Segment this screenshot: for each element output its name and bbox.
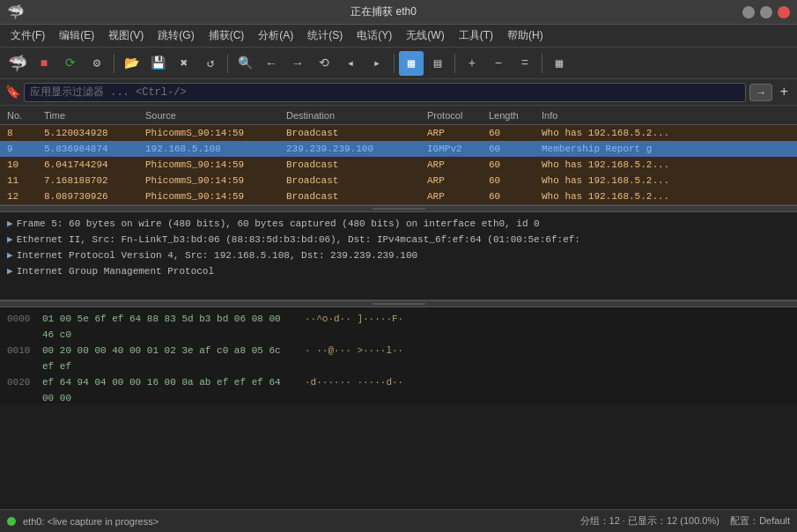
capture-status-dot bbox=[7, 517, 16, 526]
config-label: 配置：Default bbox=[730, 515, 790, 526]
reload-btn[interactable]: ↺ bbox=[198, 51, 223, 76]
stop-capture-btn[interactable]: ■ bbox=[32, 51, 56, 76]
filter-add-button[interactable]: + bbox=[776, 85, 792, 100]
cell-proto: ARP bbox=[427, 191, 489, 202]
sep1 bbox=[114, 54, 114, 73]
loop-btn[interactable]: ⟲ bbox=[312, 51, 336, 76]
menu-goto[interactable]: 跳转(G) bbox=[151, 26, 201, 46]
menu-bar: 文件(F) 编辑(E) 视图(V) 跳转(G) 捕获(C) 分析(A) 统计(S… bbox=[0, 25, 797, 48]
hex-ascii: · ··@··· >····l·· bbox=[305, 343, 403, 374]
sep5 bbox=[542, 54, 542, 73]
detail-text: Ethernet II, Src: Fn-LinkT_b3:bd:06 (88:… bbox=[17, 232, 580, 248]
col-view-btn[interactable]: ▤ bbox=[425, 51, 450, 76]
col-header-source: Source bbox=[145, 110, 286, 121]
options-btn[interactable]: ⚙ bbox=[85, 51, 109, 76]
cell-proto: ARP bbox=[427, 159, 489, 170]
hex-bytes: 01 00 5e 6f ef 64 88 83 5d b3 bd 06 08 0… bbox=[42, 311, 298, 343]
hex-row: 0010 00 20 00 00 40 00 01 02 3e af c0 a8… bbox=[7, 343, 790, 374]
table-row[interactable]: 12 8.089730926 PhicommS_90:14:59 Broadca… bbox=[0, 188, 797, 204]
menu-help[interactable]: 帮助(H) bbox=[500, 26, 550, 46]
packet-rows: 8 5.120034928 PhicommS_90:14:59 Broadcas… bbox=[0, 125, 797, 204]
menu-telephone[interactable]: 电话(Y) bbox=[350, 26, 399, 46]
cell-len: 60 bbox=[489, 175, 542, 186]
grid-btn[interactable]: ▦ bbox=[547, 51, 572, 76]
detail-row[interactable]: ▶Internet Group Management Protocol bbox=[7, 263, 790, 279]
zoom-normal-btn[interactable]: = bbox=[513, 51, 537, 76]
col-header-proto: Protocol bbox=[427, 110, 489, 121]
cell-no: 11 bbox=[0, 175, 44, 186]
sep3 bbox=[394, 54, 395, 73]
menu-file[interactable]: 文件(F) bbox=[4, 26, 52, 46]
expand-arrow-icon: ▶ bbox=[7, 216, 13, 232]
shark-toolbar-btn[interactable]: 🦈 bbox=[5, 51, 30, 76]
filter-input[interactable] bbox=[24, 83, 746, 102]
cell-time: 8.089730926 bbox=[44, 191, 145, 202]
close-button[interactable] bbox=[778, 6, 790, 18]
cell-dest: Broadcast bbox=[286, 175, 427, 186]
table-row[interactable]: 10 6.041744294 PhicommS_90:14:59 Broadca… bbox=[0, 157, 797, 173]
pane-divider-2[interactable] bbox=[0, 300, 797, 307]
open-btn[interactable]: 📂 bbox=[119, 51, 144, 76]
cell-source: 192.168.5.108 bbox=[145, 144, 286, 154]
hex-offset: 0000 bbox=[7, 311, 35, 343]
expand-arrow-icon: ▶ bbox=[7, 263, 13, 279]
save-btn[interactable]: 💾 bbox=[145, 51, 170, 76]
cell-dest: Broadcast bbox=[286, 191, 427, 202]
next-pkt-btn[interactable]: → bbox=[285, 51, 310, 76]
table-row[interactable]: 9 5.836984874 192.168.5.108 239.239.239.… bbox=[0, 141, 797, 157]
pane-divider-1[interactable] bbox=[0, 205, 797, 212]
menu-view[interactable]: 视图(V) bbox=[101, 26, 151, 46]
detail-row[interactable]: ▶Frame 5: 60 bytes on wire (480 bits), 6… bbox=[7, 216, 790, 232]
cell-dest: 239.239.239.100 bbox=[286, 144, 427, 154]
filter-icon: 🔖 bbox=[5, 85, 20, 100]
menu-wireless[interactable]: 无线(W) bbox=[399, 26, 451, 46]
fwd-btn[interactable]: ▸ bbox=[365, 51, 389, 76]
hex-row: 0000 01 00 5e 6f ef 64 88 83 5d b3 bd 06… bbox=[7, 311, 790, 343]
hex-offset: 0020 bbox=[7, 374, 35, 404]
cell-time: 6.041744294 bbox=[44, 159, 145, 170]
menu-analyze[interactable]: 分析(A) bbox=[251, 26, 300, 46]
cell-dest: Broadcast bbox=[286, 128, 427, 138]
menu-tools[interactable]: 工具(T) bbox=[452, 26, 500, 46]
cell-proto: ARP bbox=[427, 175, 489, 186]
col-header-dest: Destination bbox=[286, 110, 427, 121]
detail-text: Internet Group Management Protocol bbox=[17, 263, 214, 279]
back-btn[interactable]: ◂ bbox=[338, 51, 363, 76]
detail-row[interactable]: ▶Internet Protocol Version 4, Src: 192.1… bbox=[7, 248, 790, 263]
menu-capture[interactable]: 捕获(C) bbox=[202, 26, 252, 46]
cell-info: Who has 192.168.5.2... bbox=[542, 175, 797, 186]
find-btn[interactable]: 🔍 bbox=[232, 51, 257, 76]
title-bar: 🦈 正在捕获 eth0 bbox=[0, 0, 797, 25]
zoom-out-btn[interactable]: − bbox=[486, 51, 511, 76]
zoom-in-btn[interactable]: + bbox=[460, 51, 484, 76]
hex-offset: 0010 bbox=[7, 343, 35, 374]
window-title: 正在捕获 eth0 bbox=[25, 4, 742, 19]
restart-capture-btn[interactable]: ⟳ bbox=[58, 51, 83, 76]
hex-ascii: ··^o·d·· ]·····F· bbox=[305, 311, 403, 343]
cell-info: Who has 192.168.5.2... bbox=[542, 159, 797, 170]
cell-source: PhicommS_90:14:59 bbox=[145, 175, 286, 186]
cell-time: 5.120034928 bbox=[44, 128, 145, 138]
prev-pkt-btn[interactable]: ← bbox=[259, 51, 284, 76]
cell-len: 60 bbox=[489, 159, 542, 170]
packet-list: No. Time Source Destination Protocol Len… bbox=[0, 106, 797, 205]
pkt-view-btn[interactable]: ▦ bbox=[399, 51, 424, 76]
filter-apply-button[interactable]: → bbox=[749, 84, 772, 101]
hex-dump: 0000 01 00 5e 6f ef 64 88 83 5d b3 bd 06… bbox=[0, 307, 797, 404]
minimize-button[interactable] bbox=[742, 6, 755, 18]
cell-time: 7.168188702 bbox=[44, 175, 145, 186]
detail-row[interactable]: ▶Ethernet II, Src: Fn-LinkT_b3:bd:06 (88… bbox=[7, 232, 790, 248]
cell-len: 60 bbox=[489, 191, 542, 202]
expand-arrow-icon: ▶ bbox=[7, 232, 13, 248]
app-icon: 🦈 bbox=[7, 4, 25, 21]
table-row[interactable]: 11 7.168188702 PhicommS_90:14:59 Broadca… bbox=[0, 173, 797, 188]
table-row[interactable]: 8 5.120034928 PhicommS_90:14:59 Broadcas… bbox=[0, 125, 797, 141]
packet-stats: 分组：12 · 已显示：12 (100.0%) 配置：Default bbox=[580, 514, 790, 528]
capture-status-text: eth0: <live capture in progress> bbox=[23, 516, 159, 527]
menu-edit[interactable]: 编辑(E) bbox=[52, 26, 101, 46]
menu-stats[interactable]: 统计(S) bbox=[300, 26, 350, 46]
cell-dest: Broadcast bbox=[286, 159, 427, 170]
close-file-btn[interactable]: ✖ bbox=[172, 51, 196, 76]
detail-text: Internet Protocol Version 4, Src: 192.16… bbox=[17, 248, 417, 263]
maximize-button[interactable] bbox=[760, 6, 772, 18]
